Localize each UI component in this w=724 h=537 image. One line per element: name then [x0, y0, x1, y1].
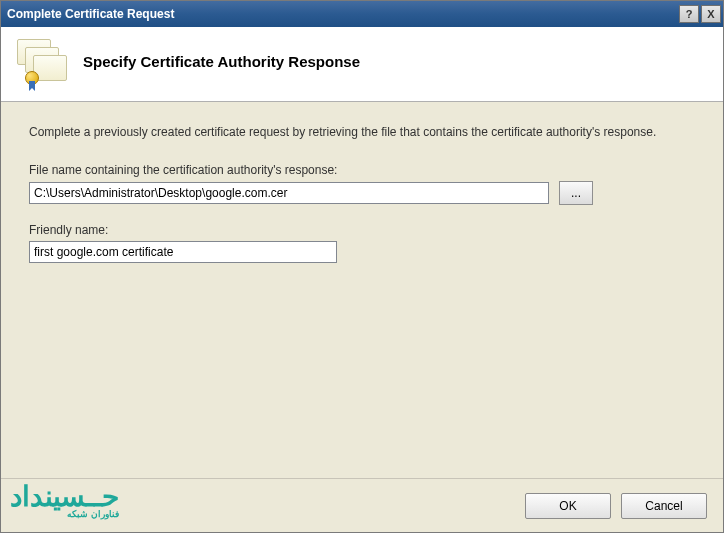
- content-area: Complete a previously created certificat…: [1, 102, 723, 478]
- header-section: Specify Certificate Authority Response: [1, 27, 723, 102]
- help-button[interactable]: ?: [679, 5, 699, 23]
- close-button[interactable]: X: [701, 5, 721, 23]
- close-icon: X: [707, 8, 714, 20]
- titlebar-buttons: ? X: [679, 5, 721, 23]
- description-text: Complete a previously created certificat…: [29, 124, 669, 141]
- cancel-button[interactable]: Cancel: [621, 493, 707, 519]
- window-title: Complete Certificate Request: [7, 7, 174, 21]
- help-icon: ?: [686, 8, 693, 20]
- certificate-icon: [17, 39, 69, 83]
- ok-button[interactable]: OK: [525, 493, 611, 519]
- dialog-window: Complete Certificate Request ? X Specify…: [0, 0, 724, 533]
- friendly-name-label: Friendly name:: [29, 223, 695, 237]
- ellipsis-icon: ...: [571, 186, 581, 200]
- filepath-row: ...: [29, 181, 695, 205]
- filepath-input[interactable]: [29, 182, 549, 204]
- titlebar: Complete Certificate Request ? X: [1, 1, 723, 27]
- friendly-name-input[interactable]: [29, 241, 337, 263]
- browse-button[interactable]: ...: [559, 181, 593, 205]
- friendly-name-row: [29, 241, 695, 263]
- dialog-footer: OK Cancel: [1, 478, 723, 532]
- filepath-label: File name containing the certification a…: [29, 163, 695, 177]
- page-title: Specify Certificate Authority Response: [83, 53, 360, 70]
